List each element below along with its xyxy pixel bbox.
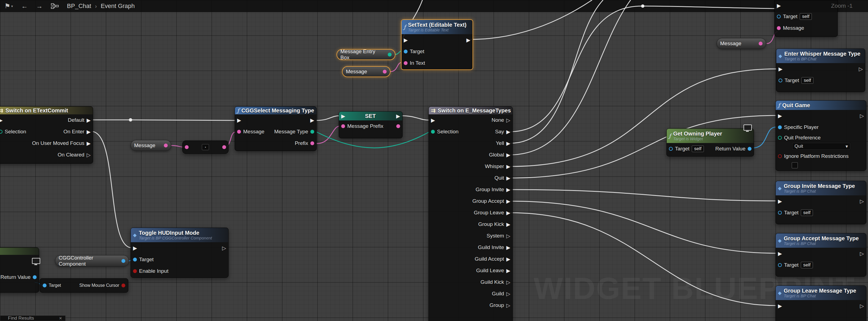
- exec-out-pin-group-leave[interactable]: [506, 210, 510, 215]
- node-switch-on-e-messagetypes[interactable]: ⇉ Switch on E_MessageTypes None Selectio…: [429, 106, 513, 321]
- node-toggle-hudinput-mode[interactable]: ◆ Toggle HUDInput Mode Target is BP CGGC…: [130, 228, 228, 278]
- node-set-show-mouse-cursor[interactable]: Target Show Mouse Cursor: [40, 278, 128, 293]
- node-group-leave-message-type[interactable]: ◆ Group Leave Message Type Target is BP …: [775, 286, 866, 321]
- target-pin[interactable]: [133, 258, 137, 261]
- message-prefix-out-pin[interactable]: [396, 124, 400, 128]
- ignore-platform-restrictions-checkbox[interactable]: [792, 162, 798, 168]
- exec-out-pin-group-accept[interactable]: [506, 199, 510, 204]
- target-value-field[interactable]: self: [801, 77, 813, 84]
- target-pin[interactable]: [777, 14, 781, 19]
- variable-get-message[interactable]: Message: [130, 140, 171, 151]
- quit-preference-dropdown[interactable]: Quit ▾: [792, 142, 851, 150]
- exec-out-pin-guild-leave[interactable]: [506, 268, 510, 273]
- selection-pin[interactable]: [431, 130, 435, 134]
- message-entry-box-output-pin[interactable]: [388, 53, 392, 57]
- exec-out-pin-global[interactable]: [506, 152, 510, 157]
- exec-out-pin-guild-kick[interactable]: [506, 280, 510, 285]
- output-pin[interactable]: [222, 145, 226, 149]
- message-type-pin[interactable]: [310, 130, 314, 134]
- exec-in-pin[interactable]: [778, 303, 782, 309]
- message-prefix-in-pin[interactable]: [341, 124, 345, 128]
- exec-out-pin[interactable]: [860, 113, 864, 118]
- target-pin[interactable]: [43, 284, 46, 287]
- exec-out-pin[interactable]: [310, 118, 314, 123]
- breadcrumb-item-event-graph[interactable]: Event Graph: [101, 2, 135, 10]
- message-output-pin[interactable]: [759, 41, 763, 46]
- return-value-pin[interactable]: [33, 275, 37, 279]
- variable-get-message[interactable]: Message: [342, 66, 391, 77]
- exec-out-pin[interactable]: [860, 303, 864, 309]
- message-pin[interactable]: [237, 130, 241, 134]
- node-enter-say-message-type-partial[interactable]: Targetself Message: [774, 0, 838, 37]
- exec-out-pin-on-cleared[interactable]: [87, 152, 91, 157]
- blueprint-graph-canvas[interactable]: WIDGET BLUEPRINT ⚑ ▾: [0, 0, 868, 321]
- return-value-pin[interactable]: [748, 147, 751, 151]
- exec-out-pin-whisper[interactable]: [506, 164, 510, 169]
- exec-in-pin[interactable]: [778, 251, 782, 256]
- exec-out-pin[interactable]: [859, 66, 863, 71]
- exec-in-pin[interactable]: [778, 113, 782, 118]
- target-pin[interactable]: [778, 211, 782, 215]
- node-text-conversion[interactable]: •: [182, 141, 228, 154]
- show-mouse-cursor-pin[interactable]: [121, 284, 125, 287]
- in-text-pin[interactable]: [404, 61, 408, 65]
- exec-out-pin-group[interactable]: [506, 303, 510, 308]
- message-output-pin[interactable]: [383, 70, 386, 74]
- node-group-invite-message-type[interactable]: ◆ Group Invite Message Type Target is BP…: [775, 181, 866, 224]
- ignore-platform-restrictions-pin[interactable]: [778, 154, 782, 158]
- enable-input-pin[interactable]: [133, 269, 137, 273]
- specific-player-pin[interactable]: [778, 125, 782, 129]
- node-group-accept-message-type[interactable]: ◆ Group Accept Message Type Target is BP…: [775, 233, 866, 276]
- target-value-field[interactable]: self: [801, 209, 813, 216]
- exec-out-pin-on-enter[interactable]: [87, 129, 91, 135]
- quit-preference-pin[interactable]: [778, 136, 782, 140]
- bookmark-button[interactable]: ⚑ ▾: [4, 2, 13, 10]
- back-button[interactable]: ←: [21, 2, 28, 10]
- target-value-field[interactable]: self: [692, 145, 704, 152]
- node-get-player-controller[interactable]: Return Value: [0, 247, 39, 293]
- exec-out-pin-quit[interactable]: [506, 176, 510, 181]
- exec-out-pin-group-invite[interactable]: [506, 187, 510, 192]
- target-value-field[interactable]: self: [801, 262, 813, 268]
- breadcrumb-item-bp-chat[interactable]: BP_Chat: [67, 2, 91, 10]
- exec-out-pin-guild-accept[interactable]: [506, 257, 510, 262]
- reroute-node[interactable]: [129, 118, 132, 121]
- exec-out-pin[interactable]: [396, 114, 400, 119]
- exec-out-pin[interactable]: [222, 245, 226, 251]
- exec-out-pin-guild-invite[interactable]: [506, 245, 510, 250]
- exec-out-pin-say[interactable]: [506, 129, 510, 135]
- target-pin[interactable]: [778, 263, 782, 267]
- input-pin[interactable]: [185, 145, 189, 149]
- node-cggselect-messaging-type[interactable]: ƒ CGGSelect Messaging Type Message Messa…: [235, 106, 317, 151]
- node-switch-on-etextcommit[interactable]: ⇉ Switch on ETextCommit Default Selectio…: [0, 106, 93, 164]
- exec-in-pin[interactable]: [778, 66, 783, 71]
- exec-out-pin[interactable]: [860, 251, 864, 256]
- find-results-tab[interactable]: Find Results ×: [0, 316, 66, 321]
- cggcontroller-output-pin[interactable]: [121, 259, 125, 263]
- message-pin[interactable]: [777, 26, 781, 30]
- exec-out-pin[interactable]: [466, 37, 470, 43]
- exec-out-pin-group-kick[interactable]: [506, 222, 510, 227]
- node-quit-game[interactable]: ƒ Quit Game Specific Player Quit Prefere…: [775, 100, 866, 171]
- prefix-pin[interactable]: [310, 141, 314, 145]
- selection-pin[interactable]: [0, 130, 2, 134]
- node-settext-editable-text[interactable]: ƒ SetText (Editable Text) Target is Edit…: [401, 19, 473, 70]
- variable-get-message[interactable]: Message: [717, 38, 766, 49]
- variable-get-message-entry-box[interactable]: Message Entry Box: [337, 49, 396, 60]
- target-pin[interactable]: [669, 147, 673, 151]
- exec-out-pin-default[interactable]: [87, 118, 91, 123]
- exec-in-pin[interactable]: [778, 199, 782, 204]
- exec-in-pin[interactable]: [341, 114, 345, 119]
- exec-out-pin-on-user-moved-focus[interactable]: [87, 141, 91, 146]
- target-pin[interactable]: [778, 79, 782, 82]
- close-icon[interactable]: ×: [59, 316, 62, 321]
- exec-in-pin[interactable]: [237, 118, 241, 123]
- literal-value-field[interactable]: •: [202, 144, 209, 150]
- exec-in-pin[interactable]: [404, 37, 408, 43]
- exec-in-pin[interactable]: [133, 245, 137, 251]
- exec-out-pin[interactable]: [860, 199, 864, 204]
- variable-get-cggcontroller-component[interactable]: CGGController Component: [55, 255, 129, 267]
- exec-out-pin-system[interactable]: [506, 233, 510, 239]
- forward-button[interactable]: →: [36, 2, 43, 10]
- exec-out-pin-none[interactable]: [506, 118, 510, 123]
